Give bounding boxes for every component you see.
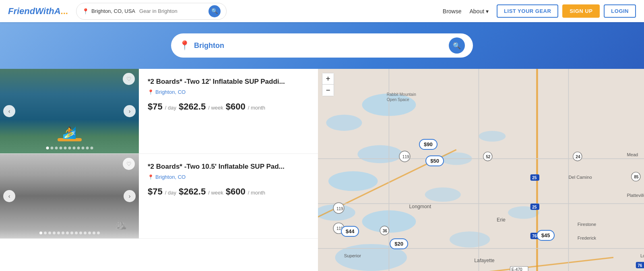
image-next-button[interactable]: › bbox=[124, 190, 136, 202]
search-icon: 🔍 bbox=[453, 42, 461, 50]
svg-point-2 bbox=[326, 115, 362, 131]
hero-search-button[interactable]: 🔍 bbox=[449, 37, 465, 54]
svg-text:Erie: Erie bbox=[497, 217, 506, 223]
image-prev-button[interactable]: ‹ bbox=[3, 190, 15, 202]
logo[interactable]: FriendWithA... bbox=[8, 6, 68, 17]
map-price-marker[interactable]: $44 bbox=[341, 226, 359, 237]
svg-text:25: 25 bbox=[532, 176, 537, 180]
location-pin-icon: 📍 bbox=[82, 8, 89, 14]
period-month: / month bbox=[248, 105, 265, 111]
nav-action-buttons: LIST YOUR GEAR SIGN UP LOGIN bbox=[497, 4, 636, 18]
navbar: FriendWithA... 📍 Brighton, CO, USA 🔍 Bro… bbox=[0, 0, 644, 22]
image-dots bbox=[46, 147, 93, 149]
dot bbox=[39, 232, 42, 234]
nav-links: Browse About ▾ bbox=[443, 8, 489, 14]
svg-text:E-470: E-470 bbox=[512, 267, 522, 271]
dot bbox=[62, 232, 64, 234]
signup-button[interactable]: SIGN UP bbox=[562, 4, 600, 18]
dot bbox=[50, 147, 53, 149]
listing-card: ‹ › ♡ bbox=[0, 154, 318, 239]
dot bbox=[72, 147, 75, 149]
dot bbox=[90, 147, 93, 149]
map-zoom-out-button[interactable]: − bbox=[322, 85, 334, 96]
listing-title[interactable]: *2 Boards* -Two 12' Inflatable SUP Paddi… bbox=[148, 78, 309, 86]
dot bbox=[70, 232, 73, 234]
main-content: ‹ › ♡ bbox=[0, 69, 644, 271]
dot bbox=[57, 232, 60, 234]
svg-text:Longmont: Longmont bbox=[409, 204, 431, 209]
period-day: / day bbox=[165, 190, 176, 196]
svg-point-9 bbox=[479, 131, 506, 142]
price-week: $262.5 bbox=[179, 186, 206, 197]
svg-text:119: 119 bbox=[336, 207, 343, 211]
map-price-marker[interactable]: $20 bbox=[390, 238, 408, 249]
hero-search-input[interactable] bbox=[194, 41, 449, 50]
listing-card: ‹ › ♡ bbox=[0, 69, 318, 154]
listing-image bbox=[0, 69, 139, 153]
dot bbox=[93, 232, 95, 234]
dot bbox=[84, 232, 87, 234]
dot bbox=[86, 147, 89, 149]
svg-text:Lochbuie: Lochbuie bbox=[640, 253, 644, 258]
nav-browse-link[interactable]: Browse bbox=[443, 8, 462, 14]
dot bbox=[48, 232, 51, 234]
svg-text:Mead: Mead bbox=[627, 152, 638, 157]
chevron-down-icon: ▾ bbox=[486, 8, 489, 14]
svg-text:36: 36 bbox=[383, 229, 388, 233]
price-month: $600 bbox=[226, 101, 246, 112]
dot bbox=[59, 147, 62, 149]
nav-location-box: 📍 Brighton, CO, USA 🔍 bbox=[76, 3, 227, 20]
svg-text:76: 76 bbox=[638, 263, 642, 268]
svg-text:Rabbit Mountain: Rabbit Mountain bbox=[387, 92, 416, 97]
dot bbox=[64, 147, 66, 149]
heart-icon: ♡ bbox=[126, 76, 132, 82]
svg-text:Frederick: Frederick bbox=[578, 236, 597, 240]
price-month: $600 bbox=[226, 186, 246, 197]
image-prev-button[interactable]: ‹ bbox=[3, 105, 15, 117]
list-gear-button[interactable]: LIST YOUR GEAR bbox=[497, 4, 558, 18]
svg-text:85: 85 bbox=[634, 175, 639, 179]
search-icon: 🔍 bbox=[211, 8, 218, 14]
hero-section: 📍 🔍 bbox=[0, 22, 644, 69]
dot bbox=[46, 147, 49, 149]
nav-location-text: Brighton, CO, USA bbox=[91, 8, 135, 14]
svg-text:24: 24 bbox=[576, 155, 580, 159]
favorite-button[interactable]: ♡ bbox=[123, 158, 135, 170]
price-day: $75 bbox=[148, 186, 163, 197]
svg-text:Lafayette: Lafayette bbox=[474, 258, 495, 263]
listing-image-container: ‹ › ♡ bbox=[0, 69, 139, 153]
dot bbox=[55, 147, 58, 149]
listing-info: *2 Boards* -Two 10.5' Inflatable SUP Pad… bbox=[139, 154, 318, 238]
favorite-button[interactable]: ♡ bbox=[123, 73, 135, 85]
period-day: / day bbox=[165, 105, 176, 111]
location-pin-icon: 📍 bbox=[148, 174, 154, 180]
svg-text:119: 119 bbox=[402, 155, 409, 159]
dot bbox=[97, 232, 100, 234]
image-next-button[interactable]: › bbox=[124, 105, 136, 117]
dot bbox=[68, 147, 71, 149]
login-button[interactable]: LOGIN bbox=[604, 4, 636, 18]
svg-text:Open Space: Open Space bbox=[387, 97, 409, 102]
svg-text:Superior: Superior bbox=[344, 253, 361, 258]
listing-title[interactable]: *2 Boards* -Two 10.5' Inflatable SUP Pad… bbox=[148, 163, 309, 171]
period-week: / week bbox=[208, 105, 223, 111]
dot bbox=[77, 147, 80, 149]
svg-point-11 bbox=[450, 232, 490, 248]
listing-location: 📍 Brighton, CO bbox=[148, 174, 309, 180]
nav-search-input[interactable] bbox=[139, 8, 207, 14]
map-price-marker[interactable]: $45 bbox=[537, 230, 555, 241]
map-price-marker[interactable]: $50 bbox=[425, 155, 444, 166]
map-panel[interactable]: Longmont Erie Lafayette Superior Del Cam… bbox=[318, 69, 644, 271]
dot bbox=[88, 232, 91, 234]
nav-search-button[interactable]: 🔍 bbox=[208, 5, 221, 17]
svg-text:25: 25 bbox=[532, 205, 537, 209]
svg-point-4 bbox=[328, 171, 378, 191]
logo-text: FriendWith bbox=[8, 6, 54, 16]
nav-about-link[interactable]: About ▾ bbox=[469, 8, 489, 14]
location-pin-icon: 📍 bbox=[148, 89, 154, 95]
map-price-marker[interactable]: $90 bbox=[419, 139, 438, 150]
listing-image-container: ‹ › ♡ bbox=[0, 154, 139, 238]
listing-image bbox=[0, 154, 139, 238]
map-zoom-in-button[interactable]: + bbox=[322, 73, 334, 85]
dot bbox=[75, 232, 78, 234]
